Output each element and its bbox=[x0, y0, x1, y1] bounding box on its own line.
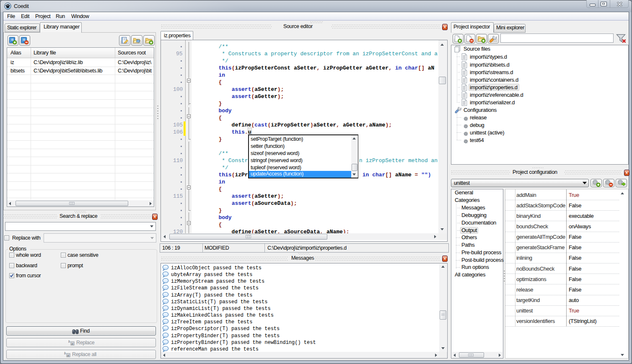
svg-text:a: a bbox=[72, 341, 74, 346]
svg-text:b: b bbox=[68, 340, 70, 343]
svg-text:b: b bbox=[64, 351, 66, 355]
svg-text:a: a bbox=[67, 353, 70, 357]
